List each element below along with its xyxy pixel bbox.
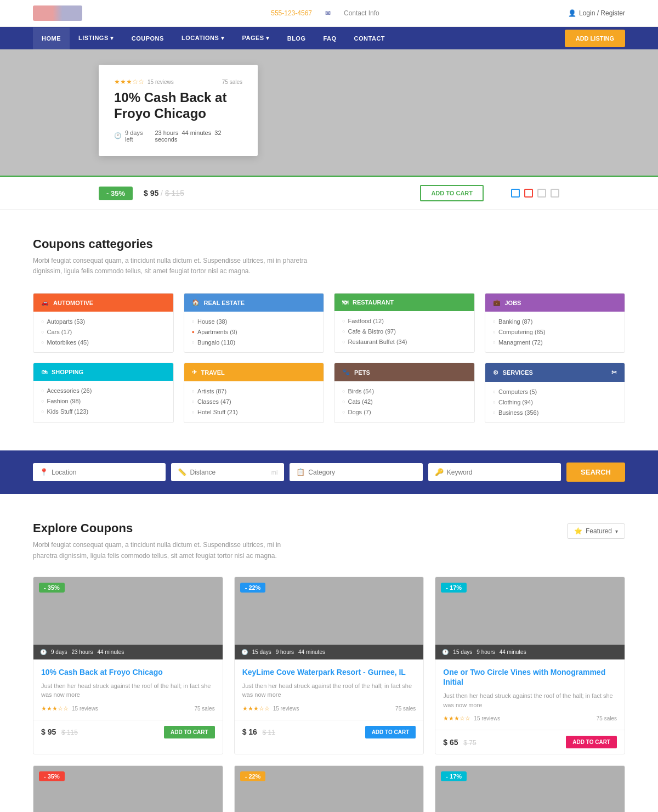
coupon-title-2[interactable]: KeyLime Cove Waterpark Resort - Gurnee, … bbox=[242, 667, 416, 677]
coupon-desc-1: Just then her head struck against the ro… bbox=[41, 681, 215, 700]
coupon-card-5: - 22% 🕐 15 days 9 hours 44 minutes KeyLi… bbox=[234, 765, 424, 812]
list-item[interactable]: ○ Cats (42) bbox=[342, 398, 467, 405]
list-item[interactable]: ○ Banking (87) bbox=[493, 318, 617, 325]
coupon-purchase-2: $ 16 $ 11 ADD TO CART bbox=[235, 720, 424, 744]
list-item[interactable]: ● Apartments (9) bbox=[192, 329, 316, 335]
list-item[interactable]: ○ House (38) bbox=[192, 318, 316, 325]
list-item[interactable]: ○ Restaurant Buffet (34) bbox=[342, 339, 467, 345]
search-button[interactable]: SEARCH bbox=[566, 463, 625, 482]
category-header-services[interactable]: ⚙ SERVICES ✂ bbox=[485, 363, 625, 382]
nav-item-pages[interactable]: PAGES ▾ bbox=[233, 27, 278, 49]
list-item[interactable]: ○ Hotel Stuff (21) bbox=[192, 409, 316, 415]
coupon-discount-badge-1: - 35% bbox=[39, 583, 65, 593]
pets-icon: 🐾 bbox=[342, 369, 350, 376]
discount-badge: - 35% bbox=[99, 187, 133, 200]
view-option-3[interactable] bbox=[537, 189, 546, 198]
hero-section: ★★★☆☆ 15 reviews 75 sales 10% Cash Back … bbox=[0, 49, 658, 176]
category-header-jobs[interactable]: 💼 JOBS bbox=[485, 294, 625, 312]
list-item[interactable]: ○ Birds (54) bbox=[342, 388, 467, 394]
view-option-1[interactable] bbox=[511, 189, 520, 198]
coupon-reviews-2: 15 reviews bbox=[273, 706, 299, 712]
featured-dropdown[interactable]: ⭐ Featured ▾ bbox=[567, 523, 625, 539]
list-item[interactable]: ○ Business (356) bbox=[493, 409, 617, 416]
price-display: $ 95 / $ 115 bbox=[144, 189, 184, 198]
location-input[interactable] bbox=[52, 469, 159, 476]
list-item[interactable]: ○ Computering (65) bbox=[493, 329, 617, 335]
keyword-icon: 🔑 bbox=[435, 468, 444, 476]
categories-grid: 🚗 AUTOMOTIVE ○ Autoparts (53) ○ Cars (17… bbox=[33, 293, 625, 423]
list-item[interactable]: ○ Artists (87) bbox=[192, 388, 316, 394]
list-item[interactable]: ○ Autoparts (53) bbox=[41, 318, 166, 325]
coupon-mins-2: 44 minutes bbox=[298, 649, 325, 655]
keyword-input-wrapper: 🔑 bbox=[428, 463, 561, 481]
login-label: Login / Register bbox=[579, 9, 625, 17]
add-cart-button-1[interactable]: ADD TO CART bbox=[164, 726, 215, 738]
coupon-image-6: - 17% 🕐 17 days 17 hours 44 minutes bbox=[435, 766, 625, 812]
nav-item-locations[interactable]: LOCATIONS ▾ bbox=[173, 27, 234, 49]
list-item[interactable]: ○ Fastfood (12) bbox=[342, 318, 467, 324]
category-input[interactable] bbox=[308, 469, 416, 476]
list-item[interactable]: ○ Motorbikes (45) bbox=[41, 339, 166, 346]
pets-items: ○ Birds (54) ○ Cats (42) ○ Dogs (7) bbox=[334, 381, 474, 422]
distance-unit: mi bbox=[271, 469, 278, 476]
category-header-travel[interactable]: ✈ TRAVEL bbox=[184, 363, 324, 381]
list-item[interactable]: ○ Fashion (98) bbox=[41, 398, 166, 404]
hero-time: 23 hours 44 minutes 32 seconds bbox=[155, 129, 242, 143]
category-card-travel: ✈ TRAVEL ○ Artists (87) ○ Classes (47) ○… bbox=[184, 363, 325, 423]
category-header-shopping[interactable]: 🛍 SHOPPING bbox=[33, 363, 173, 381]
nav-item-coupons[interactable]: COUPONS bbox=[123, 27, 173, 49]
keyword-input[interactable] bbox=[447, 469, 554, 476]
category-header-pets[interactable]: 🐾 PETS bbox=[334, 363, 474, 381]
nav-item-contact[interactable]: CONTACT bbox=[345, 27, 394, 49]
header-contact-label: Contact Info bbox=[344, 9, 379, 17]
view-option-2[interactable] bbox=[524, 189, 533, 198]
add-to-cart-button[interactable]: ADD TO CART bbox=[420, 185, 484, 201]
coupon-title-1[interactable]: 10% Cash Back at Froyo Chicago bbox=[41, 667, 215, 677]
nav-item-listings[interactable]: LISTINGS ▾ bbox=[70, 27, 123, 49]
nav-item-faq[interactable]: FAQ bbox=[314, 27, 345, 49]
automotive-items: ○ Autoparts (53) ○ Cars (17) ○ Motorbike… bbox=[33, 312, 173, 352]
distance-input[interactable] bbox=[190, 469, 268, 476]
hero-sales: 75 sales bbox=[222, 79, 242, 85]
coupon-image-5: - 22% 🕐 15 days 9 hours 44 minutes bbox=[235, 766, 424, 812]
timer-icon: 🕐 bbox=[40, 649, 47, 655]
category-header-restaurant[interactable]: 🍽 RESTAURANT bbox=[334, 294, 474, 311]
coupon-stars-1: ★★★☆☆ bbox=[41, 705, 69, 712]
hero-reviews: 15 reviews bbox=[148, 79, 174, 85]
add-listing-button[interactable]: ADD LISTING bbox=[565, 30, 625, 47]
list-item[interactable]: ○ Dogs (7) bbox=[342, 409, 467, 415]
coupon-card-4: - 35% 🕐 9 days 23 hours 44 minutes 10% C… bbox=[33, 765, 223, 812]
coupon-hours-3: 9 hours bbox=[477, 649, 495, 655]
list-item[interactable]: ○ Cafe & Bistro (97) bbox=[342, 328, 467, 335]
list-item[interactable]: ○ Computers (5) bbox=[493, 388, 617, 395]
coupon-title-3[interactable]: One or Two Circle Vines with Monogrammed… bbox=[443, 667, 617, 687]
list-item[interactable]: ○ Clothing (94) bbox=[493, 399, 617, 405]
coupon-desc-2: Just then her head struck against the ro… bbox=[242, 681, 416, 700]
list-item[interactable]: ○ Cars (17) bbox=[41, 329, 166, 335]
list-item[interactable]: ○ Managment (72) bbox=[493, 339, 617, 346]
list-item[interactable]: ○ Classes (47) bbox=[192, 398, 316, 405]
restaurant-items: ○ Fastfood (12) ○ Cafe & Bistro (97) ○ R… bbox=[334, 311, 474, 352]
coupon-hours-2: 9 hours bbox=[276, 649, 294, 655]
header-login[interactable]: 👤 Login / Register bbox=[568, 9, 625, 17]
list-item[interactable]: ○ Accessories (26) bbox=[41, 387, 166, 394]
view-options bbox=[511, 189, 559, 198]
list-item[interactable]: ○ Bungalo (110) bbox=[192, 339, 316, 346]
coupon-sales-2: 75 sales bbox=[395, 706, 416, 712]
automotive-icon: 🚗 bbox=[41, 299, 49, 306]
coupon-body-3: One or Two Circle Vines with Monogrammed… bbox=[435, 659, 625, 730]
category-icon: 📋 bbox=[296, 468, 305, 476]
category-header-automotive[interactable]: 🚗 AUTOMOTIVE bbox=[33, 294, 173, 312]
category-header-realestate[interactable]: 🏠 REAL ESTATE bbox=[184, 294, 324, 312]
nav-item-home[interactable]: HOME bbox=[33, 27, 70, 49]
add-cart-button-2[interactable]: ADD TO CART bbox=[365, 726, 416, 738]
view-option-4[interactable] bbox=[551, 189, 559, 198]
coupon-discount-badge-6: - 17% bbox=[441, 771, 467, 781]
add-cart-button-3[interactable]: ADD TO CART bbox=[566, 736, 617, 748]
coupon-discount-badge-4: - 35% bbox=[39, 771, 65, 781]
user-icon: 👤 bbox=[568, 9, 576, 17]
coupon-desc-3: Just then her head struck against the ro… bbox=[443, 691, 617, 709]
nav-item-blog[interactable]: BLOG bbox=[279, 27, 315, 49]
current-price: $ 95 bbox=[144, 189, 158, 198]
list-item[interactable]: ○ Kids Stuff (123) bbox=[41, 408, 166, 415]
